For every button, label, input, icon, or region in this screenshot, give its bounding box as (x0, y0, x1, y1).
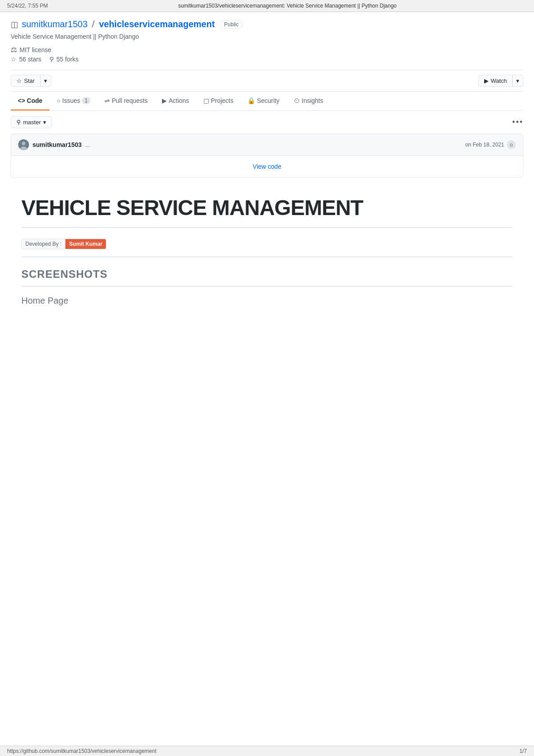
readme-section: VEHICLE SERVICE MANAGEMENT Developed By … (11, 178, 523, 317)
repo-name-link[interactable]: vehicleservicemanagement (99, 19, 214, 29)
forks-count: 55 forks (57, 56, 79, 63)
tab-insights-label: Insights (302, 97, 323, 104)
repo-icon: ◫ (11, 20, 18, 29)
repo-nav-tabs: <> Code ○ Issues 1 ⇌ Pull requests ▶ Act… (11, 92, 523, 111)
projects-icon: ▢ (203, 97, 209, 104)
stars-icon: ☆ (11, 56, 16, 63)
commit-username[interactable]: sumitkumar1503 (32, 141, 82, 148)
tab-issues[interactable]: ○ Issues 1 (49, 92, 97, 110)
branch-selector[interactable]: ⚲ master ▾ (11, 116, 52, 128)
svg-point-1 (22, 142, 25, 145)
branch-name: master (23, 119, 41, 126)
homepage-label: Home Page (21, 296, 513, 306)
readme-main-title: VEHICLE SERVICE MANAGEMENT (21, 195, 513, 220)
watch-dropdown-icon: ▾ (516, 77, 519, 84)
visibility-badge: Public (220, 20, 243, 29)
tab-pr-label: Pull requests (112, 97, 148, 104)
author-avatar (18, 139, 29, 150)
security-icon: 🔒 (247, 97, 255, 104)
commit-date: on Feb 18, 2021 ⊙ (465, 140, 516, 149)
stats-row: ☆ 56 stars ⚲ 55 forks (11, 56, 523, 63)
pr-icon: ⇌ (105, 97, 110, 104)
branch-icon: ⚲ (16, 119, 21, 126)
browser-datetime: 5/24/22, 7:55 PM (7, 3, 48, 9)
view-code-row: View code (11, 156, 523, 177)
tab-actions[interactable]: ▶ Actions (155, 92, 196, 110)
watch-button-group: ▶ Watch ▾ (478, 75, 523, 87)
readme-main-divider (21, 227, 513, 228)
commit-author: sumitkumar1503 ... (18, 139, 90, 150)
watch-button[interactable]: ▶ Watch (478, 75, 512, 87)
license-item: ⚖ MIT license (11, 45, 523, 54)
repo-description: Vehicle Service Management || Python Dja… (11, 33, 523, 40)
action-bar: ☆ Star ▾ ▶ Watch ▾ (11, 70, 523, 92)
insights-icon: ⏲ (294, 97, 300, 104)
dev-badge-value: Sumit Kumar (65, 239, 106, 249)
view-code-link[interactable]: View code (253, 163, 281, 170)
license-icon: ⚖ (11, 45, 17, 54)
watch-label: Watch (491, 77, 507, 84)
browser-top-bar: 5/24/22, 7:55 PM sumitkumar1503/vehicles… (0, 0, 534, 12)
tab-security[interactable]: 🔒 Security (240, 92, 287, 110)
issues-badge: 1 (82, 97, 90, 104)
code-icon: <> (18, 97, 25, 104)
repo-separator: / (92, 19, 95, 29)
tab-actions-label: Actions (169, 97, 189, 104)
repo-file-card: sumitkumar1503 ... on Feb 18, 2021 ⊙ Vie… (11, 134, 523, 178)
star-icon: ☆ (16, 77, 22, 84)
tab-pull-requests[interactable]: ⇌ Pull requests (97, 92, 155, 110)
stars-count: 56 stars (19, 56, 41, 63)
developer-badge: Developed By : Sumit Kumar (21, 239, 106, 249)
actions-icon: ▶ (162, 97, 167, 104)
tab-issues-label: Issues (62, 97, 80, 104)
commit-row: sumitkumar1503 ... on Feb 18, 2021 ⊙ (11, 134, 523, 156)
watch-eye-icon: ▶ (484, 77, 489, 84)
branch-dropdown-icon: ▾ (43, 119, 46, 126)
dev-badge-label: Developed By : (22, 239, 65, 249)
commit-hash-icon: ⊙ (507, 140, 516, 149)
repo-owner-link[interactable]: sumitkumar1503 (22, 19, 88, 29)
commit-message: ... (85, 142, 90, 148)
tab-insights[interactable]: ⏲ Insights (287, 92, 330, 110)
screenshots-heading: SCREENSHOTS (21, 268, 513, 280)
screenshots-divider (21, 286, 513, 287)
readme-dev-divider (21, 256, 513, 257)
tab-security-label: Security (257, 97, 279, 104)
commit-date-text: on Feb 18, 2021 (465, 142, 504, 148)
forks-icon: ⚲ (49, 56, 54, 63)
branch-row: ⚲ master ▾ ••• (11, 111, 523, 134)
repo-meta: ⚖ MIT license ☆ 56 stars ⚲ 55 forks (11, 45, 523, 63)
watch-dropdown-button[interactable]: ▾ (512, 75, 523, 87)
star-button[interactable]: ☆ Star (11, 75, 40, 87)
repo-header: ◫ sumitkumar1503 / vehicleservicemanagem… (11, 19, 523, 29)
tab-code[interactable]: <> Code (11, 92, 49, 110)
branch-more-options[interactable]: ••• (512, 118, 523, 127)
star-button-group: ☆ Star ▾ (11, 75, 51, 87)
star-label: Star (24, 77, 35, 84)
tab-projects[interactable]: ▢ Projects (196, 92, 241, 110)
tab-projects-label: Projects (211, 97, 234, 104)
star-dropdown-icon: ▾ (44, 77, 47, 84)
issues-icon: ○ (57, 97, 60, 104)
browser-tab-title: sumitkumar1503/vehicleservicemanagement:… (48, 3, 527, 9)
star-dropdown-button[interactable]: ▾ (40, 75, 51, 87)
tab-code-label: Code (27, 97, 42, 104)
license-label: MIT license (20, 46, 51, 53)
